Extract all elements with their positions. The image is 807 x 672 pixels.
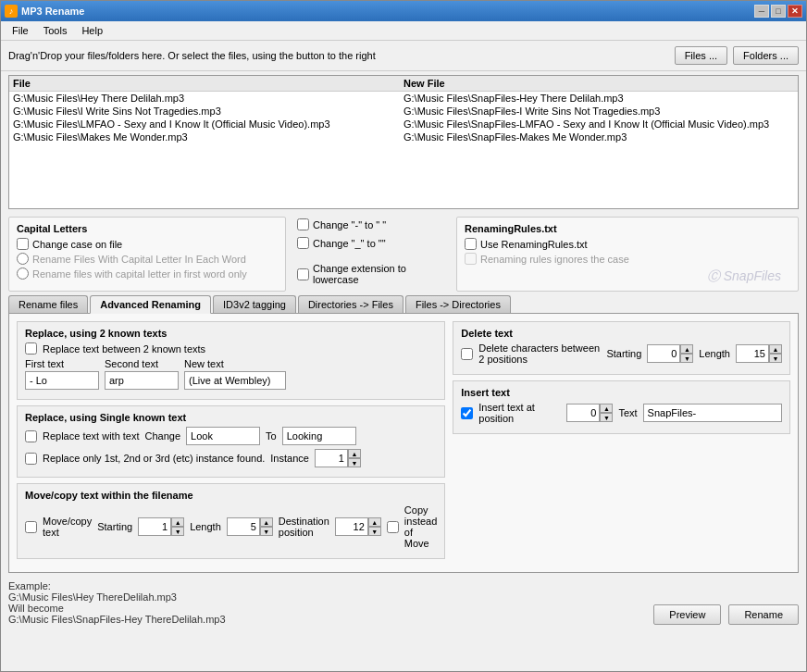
ignores-case-label[interactable]: Renaming rules ignores the case — [480, 254, 629, 265]
instance-input[interactable] — [315, 449, 348, 467]
copy-instead-checkbox[interactable] — [387, 521, 399, 533]
tab-right-col: Delete text Delete characters between 2 … — [453, 321, 790, 565]
col-file: File — [13, 78, 404, 89]
move-starting-input[interactable] — [138, 517, 171, 536]
delete-starting-spinner: ▲ ▼ — [647, 344, 693, 363]
preview-button[interactable]: Preview — [653, 604, 721, 625]
insert-section: Insert text Insert text at position ▲ ▼ — [453, 380, 790, 434]
close-button[interactable]: ✕ — [788, 5, 802, 18]
change-ext-label[interactable]: Change extension to lowercase — [313, 263, 445, 285]
rename-each-word-label[interactable]: Rename Files With Capital Letter In Each… — [32, 254, 246, 265]
move-copy-checkbox[interactable] — [25, 521, 37, 533]
replace-2-title: Replace, using 2 known texts — [25, 328, 437, 339]
replace-between-row: Replace text between 2 known texts — [25, 342, 437, 355]
move-starting-down[interactable]: ▼ — [171, 527, 184, 536]
new-text-input[interactable] — [184, 371, 286, 390]
change-underscore-label[interactable]: Change "_" to "" — [313, 238, 386, 249]
rename-each-word-radio[interactable] — [17, 253, 29, 265]
insert-text-checkbox[interactable] — [461, 407, 473, 419]
use-rules-label[interactable]: Use RenamingRules.txt — [480, 239, 588, 250]
copy-instead-label[interactable]: Copy instead of Move — [404, 504, 437, 549]
menu-help[interactable]: Help — [74, 23, 110, 38]
toolbar: Drag'n'Drop your files/folders here. Or … — [1, 41, 806, 71]
tab-id3v2-tagging[interactable]: ID3v2 tagging — [213, 295, 296, 313]
change-case-label[interactable]: Change case on file — [32, 239, 122, 250]
change-dash-row: Change "-" to " " — [297, 218, 445, 230]
delete-length-input[interactable] — [736, 344, 769, 363]
replace-only-label[interactable]: Replace only 1st, 2nd or 3rd (etc) insta… — [43, 453, 265, 464]
move-length-down[interactable]: ▼ — [260, 527, 273, 536]
tab-files-to-dirs[interactable]: Files -> Directories — [405, 295, 511, 313]
first-text-label: First text — [25, 358, 99, 369]
maximize-button[interactable]: □ — [771, 5, 786, 18]
insert-text-label[interactable]: Insert text at position — [478, 402, 561, 424]
change-dash-checkbox[interactable] — [297, 218, 309, 230]
move-dest-down[interactable]: ▼ — [368, 527, 381, 536]
file-original: G:\Music Files\I Write Sins Not Tragedie… — [13, 106, 404, 117]
change-underscore-checkbox[interactable] — [297, 237, 309, 249]
rename-button[interactable]: Rename — [728, 604, 799, 625]
instance-up[interactable]: ▲ — [348, 449, 361, 458]
insert-pos-input[interactable] — [566, 404, 600, 422]
delete-length-label: Length — [699, 348, 730, 359]
change-case-checkbox[interactable] — [17, 238, 29, 250]
change-underscore-row: Change "_" to "" — [297, 237, 445, 249]
bottom-area: Example: G:\Music Files\Hey ThereDelilah… — [1, 575, 806, 630]
change-dash-label[interactable]: Change "-" to " " — [313, 219, 386, 230]
replace-inputs-row: First text Second text New text — [25, 358, 437, 390]
delete-row: Delete characters between 2 positions St… — [461, 342, 782, 365]
use-rules-checkbox[interactable] — [465, 238, 477, 250]
change-ext-checkbox[interactable] — [297, 268, 309, 280]
folders-button[interactable]: Folders ... — [733, 46, 799, 65]
tab-dirs-to-files[interactable]: Directories -> Files — [298, 295, 404, 313]
move-length-input[interactable] — [227, 517, 260, 536]
move-starting-up[interactable]: ▲ — [171, 517, 184, 527]
to-input[interactable] — [282, 427, 356, 445]
insert-text-value-input[interactable] — [643, 404, 782, 422]
delete-starting-up[interactable]: ▲ — [680, 344, 693, 354]
replace-single-label[interactable]: Replace text with text — [43, 430, 140, 442]
second-text-input[interactable] — [105, 371, 179, 390]
table-row[interactable]: G:\Music Files\LMFAO - Sexy and I Know I… — [9, 118, 798, 131]
replace-2-section: Replace, using 2 known texts Replace tex… — [17, 321, 445, 400]
move-copy-label[interactable]: Move/copy text — [43, 516, 92, 538]
replace-between-checkbox[interactable] — [25, 342, 37, 355]
tab-rename-files[interactable]: Rename files — [8, 295, 88, 313]
menu-bar: File Tools Help — [1, 21, 806, 41]
replace-between-label[interactable]: Replace text between 2 known texts — [43, 343, 205, 355]
minimize-button[interactable]: ─ — [754, 5, 769, 18]
insert-title: Insert text — [461, 387, 782, 398]
instance-down[interactable]: ▼ — [348, 458, 361, 467]
delete-length-up[interactable]: ▲ — [769, 344, 782, 354]
insert-pos-up[interactable]: ▲ — [600, 404, 613, 413]
delete-chars-label[interactable]: Delete characters between 2 positions — [478, 342, 601, 365]
move-dest-up[interactable]: ▲ — [368, 517, 381, 527]
move-dest-input[interactable] — [335, 517, 368, 536]
menu-file[interactable]: File — [5, 23, 36, 38]
rename-first-word-label[interactable]: Rename files with capital letter in firs… — [32, 268, 247, 280]
first-text-input[interactable] — [25, 371, 99, 390]
move-dest-spinner: ▲ ▼ — [335, 517, 381, 536]
change-input[interactable] — [186, 427, 260, 445]
table-row[interactable]: G:\Music Files\Makes Me Wonder.mp3 G:\Mu… — [9, 131, 798, 143]
delete-chars-checkbox[interactable] — [461, 348, 473, 360]
tab-advanced-renaming[interactable]: Advanced Renaming — [90, 295, 211, 314]
insert-pos-down[interactable]: ▼ — [600, 413, 613, 422]
rename-first-word-row: Rename files with capital letter in firs… — [17, 268, 278, 280]
watermark: Ⓒ SnapFiles — [465, 268, 790, 285]
delete-length-down[interactable]: ▼ — [769, 354, 782, 363]
table-row[interactable]: G:\Music Files\Hey There Delilah.mp3 G:\… — [9, 92, 798, 105]
delete-starting-input[interactable] — [647, 344, 680, 363]
use-renaming-rules-row: Use RenamingRules.txt — [465, 238, 790, 250]
insert-pos-spinner: ▲ ▼ — [566, 404, 613, 422]
replace-single-checkbox[interactable] — [25, 430, 37, 442]
files-button[interactable]: Files ... — [675, 46, 727, 65]
replace-only-checkbox[interactable] — [25, 453, 37, 465]
ignores-case-checkbox[interactable] — [465, 253, 477, 265]
menu-tools[interactable]: Tools — [36, 23, 75, 38]
table-row[interactable]: G:\Music Files\I Write Sins Not Tragedie… — [9, 105, 798, 118]
file-renamed: G:\Music Files\SnapFiles-I Write Sins No… — [404, 106, 794, 117]
move-length-up[interactable]: ▲ — [260, 517, 273, 527]
delete-starting-down[interactable]: ▼ — [680, 354, 693, 363]
rename-first-word-radio[interactable] — [17, 268, 29, 280]
